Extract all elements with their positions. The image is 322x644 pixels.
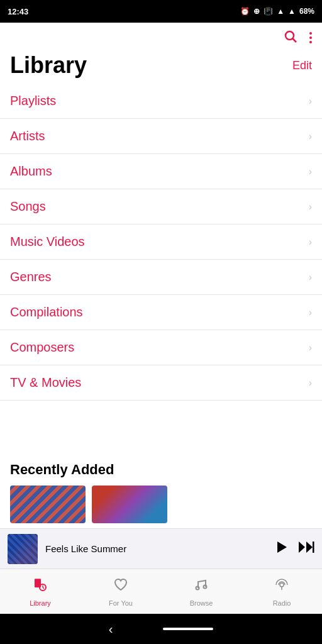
more-button[interactable] bbox=[309, 30, 312, 45]
signal-icon: ▲ bbox=[288, 7, 296, 16]
chevron-icon: › bbox=[309, 166, 312, 177]
list-item-music-videos[interactable]: Music Videos › bbox=[0, 225, 322, 260]
list-item-compilations[interactable]: Compilations › bbox=[0, 295, 322, 330]
chevron-icon: › bbox=[309, 201, 312, 213]
cast-icon: ⊕ bbox=[253, 7, 260, 16]
more-dot bbox=[309, 32, 312, 35]
status-icons: ⏰ ⊕ 📳 ▲ ▲ 68% bbox=[240, 7, 314, 16]
library-item-label: Music Videos bbox=[10, 235, 85, 249]
mini-player-title: Feels Like Summer bbox=[45, 543, 267, 554]
for-you-tab-icon bbox=[113, 577, 129, 597]
status-bar: 12:43 ⏰ ⊕ 📳 ▲ ▲ 68% bbox=[0, 0, 322, 23]
chevron-icon: › bbox=[309, 272, 312, 283]
note-icon bbox=[193, 577, 209, 593]
library-item-label: Artists bbox=[10, 129, 45, 143]
nav-bar: ‹ bbox=[0, 614, 322, 644]
library-item-label: Songs bbox=[10, 199, 46, 214]
recently-added-row bbox=[10, 486, 312, 523]
svg-point-13 bbox=[280, 583, 284, 587]
search-button[interactable] bbox=[283, 29, 298, 46]
wifi-icon: ▲ bbox=[277, 7, 284, 16]
svg-marker-3 bbox=[299, 541, 305, 553]
header-icons-row bbox=[0, 23, 322, 52]
vibrate-icon: 📳 bbox=[264, 7, 273, 16]
chevron-icon: › bbox=[309, 342, 312, 353]
play-icon bbox=[274, 540, 288, 554]
recently-added-section: Recently Added bbox=[0, 452, 322, 528]
library-item-label: Playlists bbox=[10, 94, 56, 108]
album-thumb-2[interactable] bbox=[92, 486, 167, 523]
page-title-row: Library Edit bbox=[0, 52, 322, 84]
library-item-label: Compilations bbox=[10, 305, 83, 319]
svg-rect-7 bbox=[35, 579, 41, 580]
tab-browse[interactable]: Browse bbox=[161, 569, 242, 614]
recently-added-title: Recently Added bbox=[10, 462, 312, 478]
back-button[interactable]: ‹ bbox=[109, 622, 113, 636]
home-indicator[interactable] bbox=[163, 628, 213, 630]
library-item-label: Genres bbox=[10, 270, 52, 284]
list-item-songs[interactable]: Songs › bbox=[0, 189, 322, 225]
chevron-icon: › bbox=[309, 307, 312, 318]
more-dot bbox=[309, 36, 312, 39]
battery-label: 68% bbox=[299, 7, 314, 16]
play-button[interactable] bbox=[274, 540, 288, 558]
library-list: Playlists › Artists › Albums › Songs › M… bbox=[0, 84, 322, 452]
search-icon bbox=[283, 29, 298, 44]
library-icon bbox=[32, 577, 48, 593]
library-item-label: Albums bbox=[10, 164, 52, 179]
tab-for-you-label: For You bbox=[109, 599, 133, 607]
list-item-tv-movies[interactable]: TV & Movies › bbox=[0, 365, 322, 401]
tab-library-label: Library bbox=[30, 599, 51, 607]
fast-forward-button[interactable] bbox=[298, 540, 314, 557]
svg-line-10 bbox=[43, 587, 44, 589]
status-time: 12:43 bbox=[8, 7, 240, 16]
chevron-icon: › bbox=[309, 236, 312, 248]
edit-button[interactable]: Edit bbox=[292, 59, 312, 72]
album-art-inner bbox=[8, 534, 38, 564]
radio-tab-icon bbox=[274, 577, 290, 597]
album-thumb-1[interactable] bbox=[10, 486, 86, 523]
list-item-playlists[interactable]: Playlists › bbox=[0, 84, 322, 119]
tab-browse-label: Browse bbox=[190, 599, 213, 607]
library-item-label: TV & Movies bbox=[10, 375, 81, 390]
svg-marker-2 bbox=[277, 541, 287, 553]
chevron-icon: › bbox=[309, 96, 312, 107]
svg-point-0 bbox=[286, 31, 294, 40]
list-item-genres[interactable]: Genres › bbox=[0, 260, 322, 295]
tab-bar: Library For You Browse bbox=[0, 569, 322, 614]
chevron-icon: › bbox=[309, 131, 312, 142]
more-dot bbox=[309, 41, 312, 43]
tab-for-you[interactable]: For You bbox=[80, 569, 161, 614]
library-item-label: Composers bbox=[10, 340, 74, 355]
list-item-albums[interactable]: Albums › bbox=[0, 154, 322, 189]
heart-icon bbox=[113, 577, 129, 593]
library-tab-icon bbox=[32, 577, 48, 597]
svg-marker-4 bbox=[306, 541, 313, 553]
list-item-composers[interactable]: Composers › bbox=[0, 330, 322, 365]
page-title: Library bbox=[10, 52, 87, 79]
browse-tab-icon bbox=[193, 577, 209, 597]
tab-library[interactable]: Library bbox=[0, 569, 80, 614]
alarm-icon: ⏰ bbox=[240, 7, 250, 16]
mini-player-controls bbox=[274, 540, 314, 558]
svg-line-1 bbox=[293, 39, 297, 43]
tab-radio[interactable]: Radio bbox=[242, 569, 322, 614]
mini-player-art bbox=[8, 534, 38, 564]
radio-icon bbox=[274, 577, 290, 593]
list-item-artists[interactable]: Artists › bbox=[0, 119, 322, 154]
tab-radio-label: Radio bbox=[273, 599, 291, 607]
fast-forward-icon bbox=[298, 540, 314, 554]
chevron-icon: › bbox=[309, 377, 312, 389]
mini-player[interactable]: Feels Like Summer bbox=[0, 528, 322, 569]
svg-rect-5 bbox=[313, 541, 314, 553]
